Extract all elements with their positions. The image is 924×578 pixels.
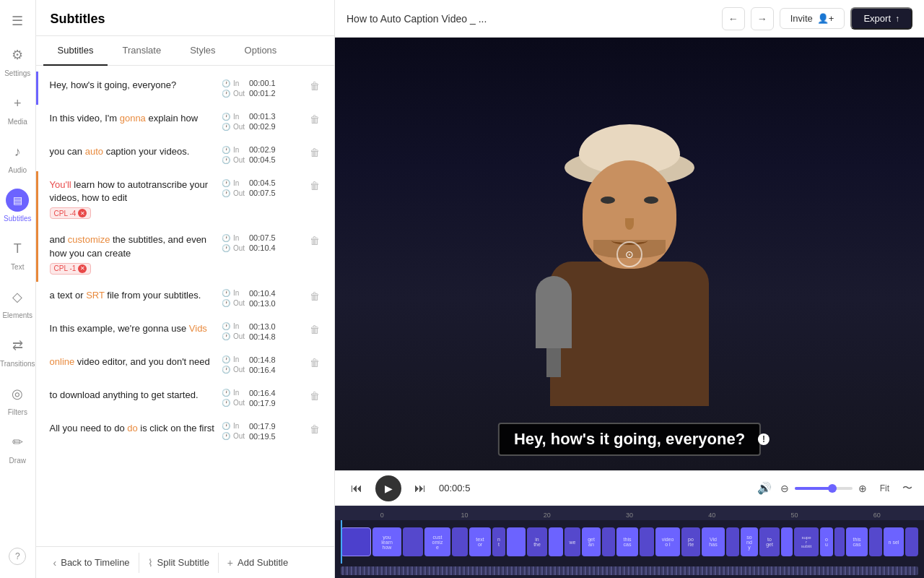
subtitle-out-row-3: 🕐 Out 00:04.5 [222,155,301,164]
subtitle-in-time-2: 00:01.3 [249,112,276,121]
subtitle-item-8[interactable]: online video editor, and you don't need … [36,348,334,381]
zoom-in-button[interactable]: ⊕ [858,483,867,494]
subtitle-text-col-6: a text or SRT file from your subtitles. [50,289,216,302]
sidebar-item-subtitles[interactable]: ▤ Subtitles [0,181,35,230]
timeline-clip-2[interactable] [403,527,423,556]
sidebar-item-text[interactable]: T Text [0,230,35,278]
subtitle-item-9[interactable]: to download anything to get started. 🕐 I… [36,381,334,415]
timeline-clip-4[interactable] [452,527,468,556]
delete-subtitle-10[interactable]: 🗑 [307,422,323,436]
timeline-clip-0[interactable] [341,527,371,556]
subtitle-out-row-7: 🕐 Out 00:14.8 [222,332,301,341]
timeline-clip-3[interactable]: customize [424,527,450,556]
ruler-mark-30: 30 [588,512,671,519]
timeline-clip-27[interactable]: n sel [884,527,904,556]
subtitles-icon: ▤ [6,189,29,212]
add-subtitle-button[interactable]: + Add Subtitle [219,553,297,573]
split-icon: ⌇ [148,557,153,569]
timeline-clip-17[interactable]: Vidhas [702,527,725,556]
delete-subtitle-9[interactable]: 🗑 [307,389,323,403]
timeline-clip-7[interactable] [507,527,526,556]
zoom-slider[interactable] [795,487,853,490]
tab-translate[interactable]: Translate [108,36,175,66]
ruler-marks: 0 10 20 30 40 50 60 [335,512,924,519]
sidebar-item-help[interactable]: ? [0,540,35,572]
subtitle-times-5: 🕐 In 00:07.5 🕐 Out 00:10.4 [222,233,301,252]
delete-subtitle-1[interactable]: 🗑 [307,79,323,93]
subtitle-in-time-7: 00:13.0 [249,322,276,331]
menu-icon[interactable]: ☰ [0,6,35,36]
timeline-clip-28[interactable] [905,527,918,556]
delete-subtitle-3[interactable]: 🗑 [307,145,323,160]
subtitle-out-time-8: 00:16.4 [249,366,276,374]
subtitle-times-8: 🕐 In 00:14.8 🕐 Out 00:16.4 [222,355,301,374]
play-button[interactable]: ▶ [375,475,401,501]
sidebar-item-transitions[interactable]: ⇄ Transitions [0,327,35,375]
timeline-clip-9[interactable] [549,527,563,556]
fit-button[interactable]: Fit [876,482,894,495]
timeline-clip-20[interactable]: toget [759,527,780,556]
subtitle-overlay: Hey, how's it going, everyone? [498,423,761,456]
delete-subtitle-6[interactable]: 🗑 [307,289,323,303]
subtitle-list[interactable]: Hey, how's it going, everyone? 🕐 In 00:0… [36,66,334,546]
skip-back-button[interactable]: ⏮ [346,478,367,499]
timeline[interactable]: 0 10 20 30 40 50 60 y [335,506,924,564]
sidebar-item-audio[interactable]: ♪ Audio [0,133,35,181]
timeline-clip-10[interactable]: we [565,527,580,556]
sidebar-item-elements[interactable]: ◇ Elements [0,278,35,327]
delete-subtitle-8[interactable]: 🗑 [307,355,323,370]
timeline-clip-18[interactable] [726,527,739,556]
delete-subtitle-7[interactable]: 🗑 [307,322,323,337]
timeline-clip-16[interactable]: porte [681,527,700,556]
tab-options[interactable]: Options [230,36,292,66]
timeline-clip-19[interactable]: sondy [741,527,758,556]
timeline-clip-25[interactable]: thiscas [846,527,868,556]
subtitle-item-3[interactable]: you can auto caption your videos. 🕐 In 0… [36,138,334,171]
timeline-clip-6[interactable]: nt [492,527,505,556]
timeline-clip-12[interactable] [602,527,615,556]
back-to-timeline-button[interactable]: ‹ Back to Timeline [45,553,139,573]
timeline-clip-14[interactable] [640,527,654,556]
export-button[interactable]: Export ↑ [850,7,912,30]
zoom-slider-handle[interactable] [828,484,837,493]
transitions-icon: ⇄ [6,334,29,357]
subtitles-panel: Subtitles Subtitles Translate Styles Opt… [36,0,335,578]
skip-forward-button[interactable]: ⏭ [410,478,430,499]
delete-subtitle-5[interactable]: 🗑 [307,233,323,248]
timeline-clip-8[interactable]: inthe [527,527,547,556]
sidebar-item-filters[interactable]: ◎ Filters [0,375,35,423]
sidebar-item-settings[interactable]: ⚙ Settings [0,36,35,85]
tab-subtitles[interactable]: Subtitles [43,36,108,66]
timeline-clip-5[interactable]: textor [469,527,491,556]
timeline-clip-15[interactable]: videoo l [655,527,680,556]
timeline-clip-21[interactable] [781,527,793,556]
timeline-clip-13[interactable]: thiscas [616,527,638,556]
sidebar-item-media[interactable]: + Media [0,85,35,133]
subtitle-item-5[interactable]: and customize the subtitles, and even ho… [36,226,334,281]
timeline-clip-11[interactable]: getan [582,527,601,556]
timeline-clip-26[interactable] [869,527,882,556]
subtitle-item-6[interactable]: a text or SRT file from your subtitles. … [36,282,334,315]
volume-button[interactable]: 🔊 [757,481,772,495]
zoom-out-button[interactable]: ⊖ [780,483,789,494]
subtitle-item-1[interactable]: Hey, how's it going, everyone? 🕐 In 00:0… [36,72,334,105]
timeline-clip-24[interactable] [834,527,845,556]
timeline-clip-1[interactable]: youlearnhow [372,527,401,556]
subtitle-item-2[interactable]: In this video, I'm gonna explain how 🕐 I… [36,105,334,138]
delete-subtitle-2[interactable]: 🗑 [307,112,323,126]
sidebar-item-draw[interactable]: ✏ Draw [0,423,35,472]
subtitle-item-10[interactable]: All you need to do do is click on the fi… [36,415,334,448]
redo-button[interactable]: → [751,7,774,30]
timeline-clip-22[interactable]: supersubtit [794,527,819,556]
subtitle-text-col-3: you can auto caption your videos. [50,145,216,158]
waveform-toggle-button[interactable]: 〜 [902,482,912,495]
delete-subtitle-4[interactable]: 🗑 [307,178,323,193]
subtitle-item-7[interactable]: In this example, we're gonna use Vids 🕐 … [36,315,334,348]
split-subtitle-button[interactable]: ⌇ Split Subtitle [139,553,219,573]
subtitle-item-4[interactable]: You'll learn how to autotranscribe your … [36,171,334,226]
tab-styles[interactable]: Styles [175,36,230,66]
undo-button[interactable]: ← [722,7,745,30]
invite-button[interactable]: Invite 👤+ [780,8,845,29]
timeline-clip-23[interactable]: ou [820,527,833,556]
playhead[interactable] [341,520,342,564]
